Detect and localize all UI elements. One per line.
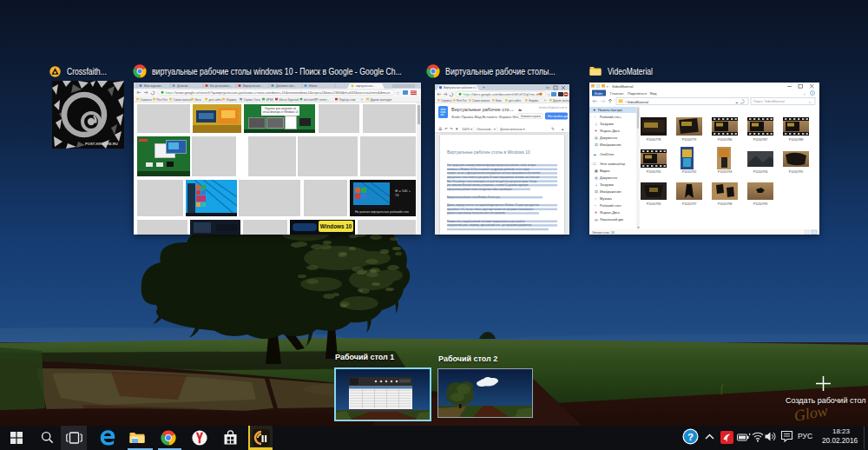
svg-text:Виртуальные рабочие ст...: Виртуальные рабочие ст... (444, 86, 477, 89)
svg-text:🖼: 🖼 (595, 189, 598, 194)
svg-text:P1010788: P1010788 (789, 138, 803, 142)
svg-text:⌕: ⌕ (809, 100, 811, 104)
svg-text:P1010790: P1010790 (647, 170, 661, 174)
svg-text:Обычный... ▾: Обычный... ▾ (477, 128, 496, 131)
svg-text:при работе с ОС, так как, сейч: при работе с ОС, так как, сейчас существ… (447, 208, 534, 211)
svg-text:♪: ♪ (595, 196, 596, 201)
svg-text:▾: ▾ (607, 85, 608, 89)
svg-text:Загрузки: Загрузки (600, 182, 614, 187)
svg-text:Этот компьютер: Этот компьютер (600, 162, 625, 166)
svg-text:для сайта: для сайта (509, 99, 521, 103)
svg-text:Яндекс.Диск: Яндекс.Диск (600, 210, 620, 215)
svg-text:OneDrive: OneDrive (600, 152, 614, 156)
svg-text:Дополнительно ▾: Дополнительно ▾ (500, 128, 525, 131)
svg-text:Другие закладки: Другие закладки (553, 99, 569, 103)
svg-text:P1010778: P1010778 (647, 138, 661, 142)
svg-text:Элементов: 14: Элементов: 14 (592, 231, 615, 235)
svg-text:держать открытыми до нескольки: держать открытыми до нескольких окон эти… (447, 212, 505, 215)
svg-text:P1010796: P1010796 (647, 202, 661, 206)
svg-text:Рабочий стол: Рабочий стол (600, 203, 621, 208)
svg-text:уже компания Microsoft наконец: уже компания Microsoft наконец-то решила… (447, 183, 529, 187)
svg-text:Файл: Файл (595, 91, 604, 96)
svg-text:виртуальных рабочих столов, ко: виртуальных рабочих столов, которую мы с… (447, 188, 512, 191)
svg-text:Поделиться: Поделиться (628, 91, 647, 96)
svg-text:Подбор слов: Подбор слов (339, 98, 356, 102)
svg-text:Виртуальные рабочие столы Wind: Виртуальные рабочие столы Windows 10 и и… (447, 195, 501, 199)
svg-text:🖼: 🖼 (595, 142, 598, 147)
svg-text:+: + (483, 85, 485, 89)
svg-text:определенной цели, например, о: определенной цели, например, один рабочи… (447, 223, 532, 227)
svg-text:Сервисы: Сервисы (141, 98, 153, 102)
svg-text:Сервис Окна: Сервис Окна (244, 98, 260, 102)
svg-text:https: https (166, 90, 174, 95)
svg-text:Самая важная: Самая важная (174, 98, 193, 102)
svg-text:Документы: Документы (600, 136, 617, 140)
svg-text:▤: ▤ (595, 175, 598, 180)
svg-text:»: » (544, 99, 546, 103)
svg-text:⭸: ⭸ (619, 116, 621, 119)
svg-text:Видео: Видео (600, 169, 609, 173)
svg-text:🖶: 🖶 (438, 127, 443, 131)
svg-text:⌄: ⌄ (590, 162, 593, 166)
svg-text:Мои задания...: Мои задания... (144, 84, 163, 88)
svg-text:Форумы: Форумы (529, 99, 538, 103)
svg-text:https: https (464, 93, 470, 96)
svg-text:Изображения: Изображения (600, 189, 621, 194)
svg-text:☆: ☆ (511, 108, 515, 112)
svg-text:POST-HXCORE.RU: POST-HXCORE.RU (85, 142, 118, 146)
svg-text:Добавить зап...: Добавить зап... (276, 84, 296, 88)
svg-text:Кино: Кино (195, 98, 201, 102)
svg-text:»: » (361, 98, 363, 102)
svg-text:Локальный дис: Локальный дис (600, 217, 624, 222)
svg-text:▴: ▴ (562, 127, 564, 131)
svg-text:▦: ▦ (595, 169, 598, 173)
svg-text:▤: ▤ (595, 136, 598, 140)
svg-text:✎: ✎ (551, 127, 555, 131)
svg-text:Главная: Главная (610, 91, 623, 96)
svg-text:★: ★ (593, 108, 596, 112)
svg-text:P1010786: P1010786 (718, 138, 732, 142)
svg-text:Панель быстро: Панель быстро (598, 108, 622, 112)
svg-text:P1010794: P1010794 (753, 170, 767, 174)
svg-text:↷: ↷ (450, 127, 453, 131)
svg-text:VideoMaterial: VideoMaterial (612, 84, 633, 89)
svg-text:виртуальные...: виртуальные... (356, 84, 375, 88)
svg-text:↶: ↶ (444, 127, 448, 131)
svg-text:P1010798: P1010798 (718, 202, 732, 206)
svg-text:Виртуальные рабочие сто...: Виртуальные рабочие сто... (451, 107, 514, 112)
svg-text:P1010779: P1010779 (682, 138, 696, 142)
svg-text:›: › (590, 153, 591, 156)
svg-text:Изображения: Изображения (600, 142, 621, 147)
svg-text:Форумы: Форумы (227, 98, 238, 102)
svg-text:P1010799: P1010799 (753, 202, 767, 206)
svg-text:🖴: 🖴 (595, 217, 598, 222)
svg-text:виртуальные столы появятся уже: виртуальные столы появятся уже давно. В … (447, 175, 540, 179)
svg-text:Виртуальные...: Виртуальные... (243, 84, 263, 88)
svg-text:ИРБК: ИРБК (266, 98, 274, 102)
svg-text:Поиск: VideoMaterial: Поиск: VideoMaterial (753, 100, 785, 103)
svg-text:Сервисы: Сервисы (441, 99, 451, 103)
svg-text:появилась в Windows 10. Кто-то: появилась в Windows 10. Кто-то назовет э… (447, 168, 530, 171)
svg-text:🖿: 🖿 (518, 108, 522, 112)
svg-text:› VideoMaterial: › VideoMaterial (625, 100, 648, 104)
svg-text:Настройки доступа: Настройки доступа (548, 115, 569, 118)
svg-text:100% ▾: 100% ▾ (462, 128, 472, 131)
svg-text:Хотя представить вашему вниман: Хотя представить вашему вниманию функции… (447, 163, 536, 167)
svg-text:P1010795: P1010795 (789, 170, 803, 174)
svg-text:☆: ☆ (396, 90, 400, 96)
svg-text:☁: ☁ (593, 152, 596, 156)
svg-text:://docs.google.com/document/d/: ://docs.google.com/document/d/1sfO2qOsin… (470, 93, 540, 96)
svg-text:РентТел: РентТел (457, 99, 467, 103)
svg-text:▪: ▪ (595, 116, 595, 119)
svg-text:⌄: ⌄ (735, 100, 739, 104)
svg-text:disclaimWP. отеля ...: disclaimWP. отеля ... (304, 98, 330, 102)
svg-text:Помимо этого, каждый рабочий с: Помимо этого, каждый рабочий стол может … (447, 220, 525, 223)
svg-text:Яндекс.Диск: Яндекс.Диск (600, 129, 620, 133)
svg-text:Кино: Кино (496, 99, 502, 103)
svg-text:▼: ▼ (455, 127, 458, 131)
svg-text:Музыка: Музыка (600, 196, 613, 201)
svg-text:Другие закладки: Другие закладки (371, 98, 392, 102)
svg-text:☆: ☆ (547, 92, 551, 97)
svg-text:P1010787: P1010787 (753, 138, 767, 142)
svg-text:Дневник: Дневник (177, 84, 188, 88)
